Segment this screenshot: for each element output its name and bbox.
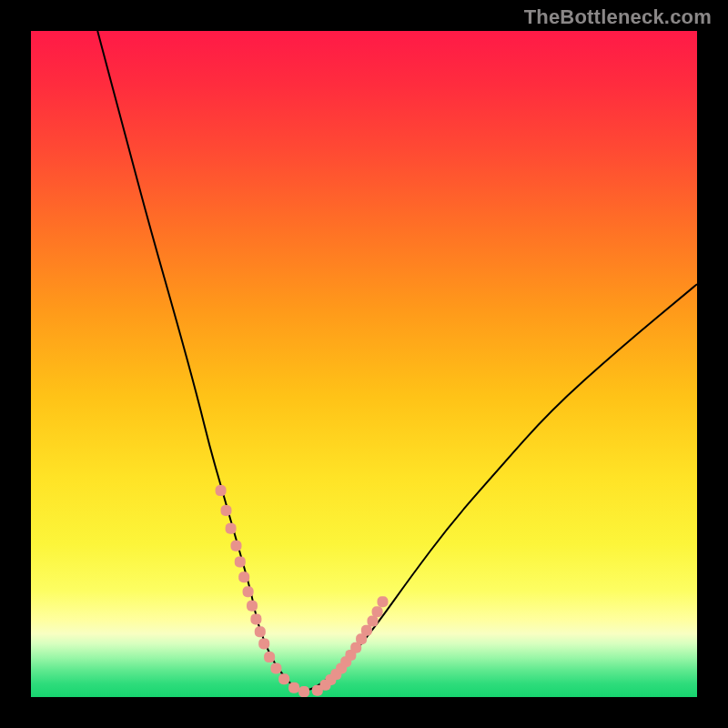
highlight-dot bbox=[372, 606, 383, 617]
highlight-dot bbox=[361, 625, 372, 636]
highlight-dot bbox=[258, 638, 269, 649]
highlight-dots bbox=[216, 485, 389, 697]
highlight-dot bbox=[226, 523, 237, 534]
highlight-dot bbox=[255, 626, 266, 637]
highlight-dot bbox=[250, 613, 261, 624]
highlight-dot bbox=[278, 673, 289, 684]
highlight-dot bbox=[264, 652, 275, 662]
highlight-dot bbox=[243, 586, 254, 597]
highlight-dot bbox=[270, 663, 281, 674]
highlight-dot bbox=[247, 601, 258, 612]
chart-svg bbox=[31, 31, 697, 697]
highlight-dot bbox=[288, 682, 299, 693]
highlight-dot bbox=[368, 616, 379, 627]
watermark-text: TheBottleneck.com bbox=[524, 5, 712, 29]
highlight-dot bbox=[378, 596, 389, 607]
highlight-dot bbox=[231, 541, 242, 551]
highlight-dot bbox=[238, 571, 249, 582]
highlight-dot bbox=[235, 556, 246, 567]
highlight-dot bbox=[221, 505, 232, 516]
bottleneck-curve bbox=[97, 31, 697, 691]
highlight-dot bbox=[298, 686, 309, 697]
highlight-dot bbox=[216, 485, 227, 496]
chart-area bbox=[31, 31, 697, 697]
